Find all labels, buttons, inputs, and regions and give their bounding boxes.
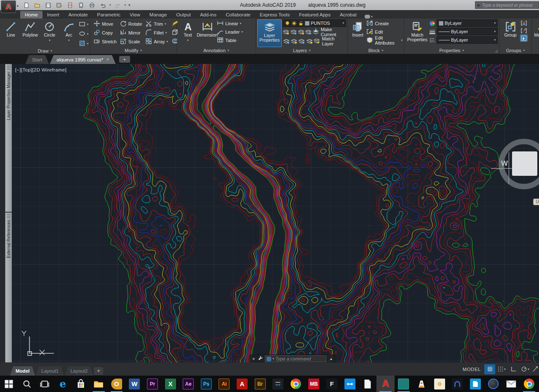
ribbon-tab-home[interactable]: Home <box>20 11 43 19</box>
taskbar-blue-doc-app-icon[interactable] <box>466 376 484 392</box>
linetype-icon[interactable] <box>429 37 435 43</box>
taskbar-file-explorer-icon[interactable] <box>90 376 108 392</box>
command-customize-wrench-icon[interactable] <box>258 355 263 363</box>
polyline-button[interactable]: Polyline <box>21 19 40 48</box>
model-space-label[interactable]: MODEL <box>463 367 481 372</box>
snap-caret-icon[interactable]: ▾ <box>504 368 506 371</box>
move-button[interactable]: Move <box>93 20 117 28</box>
text-button[interactable]: AText▾ <box>178 19 197 47</box>
linetype-dropdown[interactable]: ByLayer▾ <box>437 36 498 44</box>
taskbar-chrome-2-icon[interactable] <box>520 376 538 392</box>
edit-button[interactable]: Edit <box>366 28 403 36</box>
viewcube[interactable]: W <box>499 139 539 193</box>
print-icon[interactable] <box>88 1 96 9</box>
new-drawing-tab-button[interactable]: + <box>119 56 130 63</box>
circle-button[interactable]: Circle▾ <box>40 19 59 48</box>
rect-tool-button[interactable]: ▾ <box>79 20 89 29</box>
taskbar-task-view-icon[interactable] <box>36 376 54 392</box>
layer-tool-icon[interactable] <box>283 29 290 36</box>
taskbar-mb-app-icon[interactable]: MB <box>305 376 323 392</box>
make-current-button[interactable]: Make Current <box>312 28 346 36</box>
new-layout-button[interactable]: + <box>94 367 103 375</box>
taskbar-search-icon[interactable] <box>18 376 36 392</box>
save-as-icon[interactable] <box>55 1 63 9</box>
panel-label-properties[interactable]: Properties▾◿ <box>404 47 499 54</box>
ribbon-extra-controls[interactable]: ▾ <box>365 15 373 19</box>
file-tab-close-icon[interactable]: × <box>107 57 109 62</box>
taskbar-photoshop-icon[interactable]: Ps <box>197 376 216 392</box>
layer-tool-icon[interactable] <box>305 29 312 36</box>
command-expand-icon[interactable]: ▲ <box>328 357 334 361</box>
publish-icon[interactable] <box>77 1 85 9</box>
create-button[interactable]: Create <box>366 19 403 28</box>
viewport-controls[interactable]: [−][Top][2D Wireframe] <box>15 67 67 72</box>
help-search-input[interactable]: ▶ Type a keyword or phrase <box>475 1 539 9</box>
taskbar-autocad-icon[interactable]: A <box>376 376 395 392</box>
redo-caret-icon[interactable]: ▾ <box>125 3 126 7</box>
layer-thaw-icon[interactable] <box>291 21 297 26</box>
ribbon-tab-manage[interactable]: Manage <box>145 11 172 19</box>
leader-button[interactable]: Leader▾ <box>217 28 243 36</box>
layer-tool-icon[interactable] <box>290 29 297 36</box>
taskbar-dark-app-icon[interactable] <box>269 376 287 392</box>
group-selection-icon[interactable] <box>520 34 528 42</box>
layer-properties-button[interactable]: Layer Properties <box>257 19 282 47</box>
layer-dropdown[interactable]: PUNTOS▾ <box>283 19 346 27</box>
layer-tool-icon[interactable] <box>306 38 313 45</box>
model-space-viewport[interactable]: W Unn <box>12 64 539 363</box>
redo-icon[interactable] <box>114 1 122 9</box>
palette-external-references[interactable]: External References <box>5 212 12 363</box>
taskbar-store-icon[interactable] <box>72 376 90 392</box>
snap-toggle-button[interactable]: ▾ <box>496 364 507 374</box>
stretch-button[interactable]: Stretch <box>93 37 117 46</box>
plot-stamp-icon[interactable] <box>66 1 74 9</box>
viewcube-west-label[interactable]: W <box>501 159 508 168</box>
insert-button[interactable]: Insert <box>349 19 366 47</box>
ribbon-tab-annotate[interactable]: Annotate <box>64 11 92 19</box>
palette-grip[interactable] <box>7 214 11 218</box>
group-button[interactable]: Group <box>501 19 520 47</box>
taskbar-bridge-icon[interactable]: Br <box>251 376 269 392</box>
fillet-button[interactable]: Fillet▾ <box>145 29 168 37</box>
drawing-canvas[interactable] <box>12 64 539 363</box>
layer-unlock-icon[interactable] <box>298 21 304 26</box>
object-color-dropdown[interactable]: ByLayer▾ <box>437 19 498 27</box>
taskbar-vlc-icon[interactable] <box>413 376 431 392</box>
layout-tab-model[interactable]: Model <box>10 366 35 376</box>
grid-toggle-button[interactable] <box>484 364 495 374</box>
array-button[interactable]: Array▾ <box>145 37 168 46</box>
taskbar-illustrator-icon[interactable]: Ai <box>215 376 233 392</box>
file-tab-alqueva-1995-curvas-[interactable]: alqueva 1995 curvas*× <box>50 55 115 64</box>
panel-label-annotation[interactable]: Annotation▾ <box>177 47 256 54</box>
group-edit-icon[interactable] <box>520 19 528 26</box>
object-snap-button[interactable] <box>531 364 539 374</box>
trim-button[interactable]: Trim▾ <box>145 20 168 28</box>
ribbon-tab-add-ins[interactable]: Add-ins <box>195 11 221 19</box>
ungroup-icon[interactable] <box>520 27 528 34</box>
table-button[interactable]: Table <box>217 36 243 45</box>
linear-button[interactable]: Linear▾ <box>217 19 243 28</box>
panel-label-layers[interactable]: Layers▾ <box>256 47 347 54</box>
copy-button[interactable]: Copy <box>93 29 117 37</box>
layout-tab-layout1[interactable]: Layout1 <box>36 366 64 376</box>
layout-tab-layout2[interactable]: Layout2 <box>65 366 93 376</box>
autocad-app-menu-logo[interactable]: A <box>1 0 16 13</box>
taskbar-after-effects-icon[interactable]: Ae <box>179 376 197 392</box>
taskbar-start-icon[interactable] <box>0 376 18 392</box>
arc-button[interactable]: Arc▾ <box>59 19 79 48</box>
taskbar-chrome-icon[interactable] <box>287 376 305 392</box>
match-layer-button[interactable]: Match Layer <box>313 37 346 45</box>
lineweight-dropdown[interactable]: ByLayer▾ <box>437 28 498 35</box>
taskbar-teamviewer-icon[interactable] <box>341 376 359 392</box>
taskbar-edge-icon[interactable]: e <box>54 376 72 392</box>
undo-icon[interactable] <box>99 1 107 9</box>
taskbar-outlook-icon[interactable]: O <box>108 376 126 392</box>
panel-label-modify[interactable]: Modify▾ <box>90 47 176 54</box>
panel-label-draw[interactable]: Draw▾ <box>0 48 90 54</box>
rotate-button[interactable]: Rotate <box>120 20 142 28</box>
layer-on-icon[interactable] <box>285 21 290 26</box>
ribbon-tab-parametric[interactable]: Parametric <box>93 11 125 19</box>
lineweight-icon[interactable] <box>429 29 435 35</box>
new-icon[interactable] <box>22 1 30 9</box>
polar-tracking-button[interactable]: ▾ <box>520 364 531 374</box>
